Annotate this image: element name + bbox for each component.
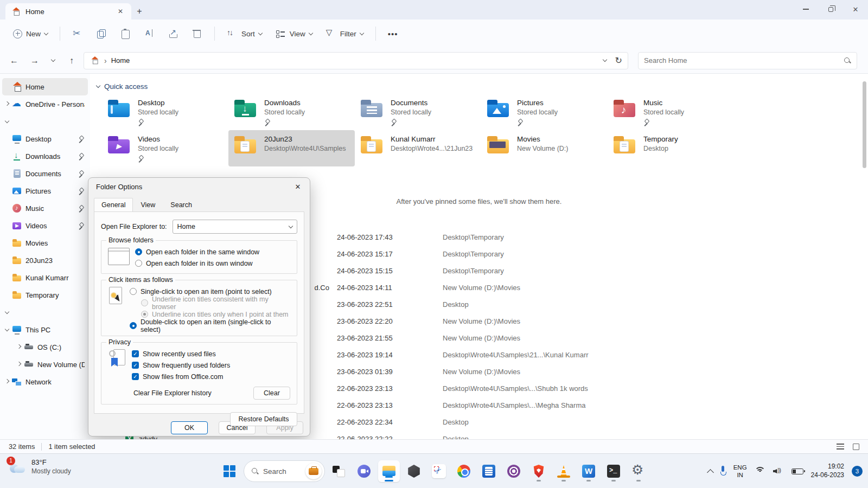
volume-icon[interactable] [773,467,784,476]
quick-access-tile[interactable]: Desktop Stored locally [102,94,228,130]
radio-option[interactable]: Double-click to open an item (single-cli… [130,320,291,331]
delete-button[interactable] [186,24,208,43]
quick-access-header[interactable]: Quick access [90,74,868,94]
taskbar-app[interactable] [453,460,475,482]
refresh-icon[interactable]: ↻ [615,55,622,66]
sidebar-item[interactable]: Kunal Kumarr [2,269,88,286]
forward-button[interactable]: → [26,52,43,69]
taskbar-app[interactable] [578,460,599,482]
taskbar-app[interactable] [428,460,450,482]
share-button[interactable] [162,24,184,43]
hidden-icons-chevron[interactable] [707,469,714,476]
checkbox-icon[interactable]: ✓ [132,362,139,369]
scrollbar-thumb[interactable] [863,81,866,168]
expand-chevron-icon[interactable] [5,118,9,123]
search-highlight-icon[interactable] [305,463,322,479]
taskbar-app[interactable] [628,460,649,482]
radio-option[interactable]: Open each folder in the same window [135,246,291,258]
quick-access-tile[interactable]: Downloads Stored locally [228,94,355,130]
quick-access-tile[interactable]: Videos Stored locally [102,130,228,166]
taskbar-app[interactable] [553,460,575,482]
quick-access-tile[interactable]: Documents Stored locally [355,94,481,130]
radio-icon[interactable] [130,322,137,329]
sidebar-item[interactable]: Documents [2,165,88,182]
radio-option[interactable]: Open each folder in its own window [135,258,291,269]
sidebar-item[interactable]: Pictures [2,182,88,200]
dialog-tab[interactable]: Search [163,198,200,212]
sidebar-item[interactable]: Network [2,373,88,390]
sidebar-item[interactable]: Downloads [2,147,88,165]
sidebar-item[interactable]: This PC [2,321,88,338]
start-button[interactable] [219,460,240,482]
taskbar-search[interactable]: Search [244,460,325,482]
sidebar-item[interactable] [2,304,88,321]
restore-button[interactable] [818,0,843,18]
radio-icon[interactable] [141,299,148,306]
restore-defaults-button[interactable]: Restore Defaults [230,412,297,426]
copy-button[interactable] [91,24,112,43]
search-input[interactable] [644,56,844,65]
paste-button[interactable] [114,24,136,43]
taskbar-app[interactable] [478,460,500,482]
quick-access-tile[interactable]: Music Stored locally [608,94,734,130]
expand-chevron-icon[interactable] [5,327,9,331]
sidebar-item[interactable]: OneDrive - Persona [2,95,88,113]
sidebar-item[interactable]: Movies [2,234,88,252]
details-view-icon[interactable] [837,444,844,450]
expand-chevron-icon[interactable] [17,344,21,348]
recent-locations-button[interactable] [47,52,60,69]
search-box[interactable] [638,52,857,69]
new-button[interactable]: New [8,25,53,42]
rename-button[interactable] [138,24,160,43]
quick-access-tile[interactable]: Movies New Volume (D:) [481,130,608,166]
see-more-button[interactable]: ••• [382,25,404,42]
sidebar-item[interactable]: 20Jun23 [2,252,88,269]
wifi-icon[interactable] [755,467,765,476]
back-button[interactable]: ← [5,52,23,69]
quick-access-tile[interactable]: Pictures Stored locally [481,94,608,130]
breadcrumb[interactable]: › Home ↻ [84,52,628,69]
radio-icon[interactable] [135,248,142,255]
taskbar-app[interactable] [503,460,525,482]
sidebar-item[interactable]: Music [2,200,88,217]
taskbar-app[interactable] [403,460,425,482]
sort-button[interactable]: Sort [221,24,267,43]
taskbar-app[interactable] [353,460,375,482]
collapse-chevron-icon[interactable] [96,84,100,88]
explorer-tab[interactable]: Home ✕ [5,3,131,20]
dialog-title-bar[interactable]: Folder Options ✕ [88,178,310,195]
radio-icon[interactable] [130,288,137,295]
expand-chevron-icon[interactable] [5,378,9,383]
checkbox-icon[interactable]: ✓ [132,350,139,357]
address-dropdown-icon[interactable] [602,57,607,62]
view-button[interactable]: View [270,24,318,43]
quick-access-tile[interactable]: 20Jun23 Desktop\Wrote4U\Samples [228,130,355,166]
cut-button[interactable] [67,24,88,43]
checkbox-option[interactable]: ✓ Show frequently used folders [132,359,291,371]
dialog-tab[interactable]: View [133,198,163,212]
clear-button[interactable]: Clear [253,387,290,400]
dialog-close-button[interactable]: ✕ [286,178,310,195]
quick-access-tile[interactable]: Kunal Kumarr Desktop\Wrote4...\21Jun23 [355,130,481,166]
sidebar-item[interactable]: Desktop [2,130,88,147]
sidebar-item[interactable]: Temporary [2,286,88,304]
dialog-tab[interactable]: General [94,198,133,212]
checkbox-option[interactable]: ✓ Show files from Office.com [132,371,291,382]
quick-access-tile[interactable]: Temporary Desktop [608,130,734,166]
new-tab-button[interactable]: + [131,3,148,20]
taskbar-app[interactable] [328,460,350,482]
radio-option[interactable]: Underline icon titles consistent with my… [141,297,291,309]
notification-count-badge[interactable]: 3 [852,466,863,477]
tab-close-icon[interactable]: ✕ [115,6,126,17]
sidebar-item[interactable]: Home [2,78,88,95]
sidebar-item[interactable]: New Volume (D:) [2,356,88,373]
taskbar-app[interactable] [378,460,400,482]
breadcrumb-home[interactable]: Home [111,56,130,65]
sidebar-item[interactable]: OS (C:) [2,338,88,356]
up-button[interactable]: ↑ [63,52,80,69]
checkbox-icon[interactable]: ✓ [132,373,139,380]
scrollbar[interactable] [862,79,867,451]
clock[interactable]: 19:02 24-06-2023 [811,463,844,479]
open-to-dropdown[interactable]: Home [173,220,297,234]
large-icons-view-icon[interactable] [853,444,859,450]
